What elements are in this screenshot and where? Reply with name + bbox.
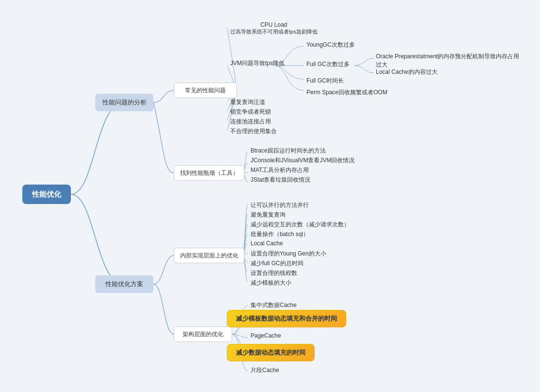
node-jstat: JStat查看垃圾回收情况 xyxy=(248,175,313,185)
node-jstat-label: JStat查看垃圾回收情况 xyxy=(251,176,310,184)
node-reduce-data-fill: 减少数据动态填充的时间 xyxy=(227,344,315,361)
node-batch-label: 批量操作（batch sql） xyxy=(251,230,309,239)
node-avoid-repeat-label: 避免重复查询 xyxy=(251,211,286,219)
node-jvm-label: JVM问题导致tps降低 xyxy=(230,59,285,68)
mindmap-container: 性能优化 性能问题的分析 性能优化方案 常见的性能问题 找到性能瓶颈（工具） 内… xyxy=(0,0,540,392)
node-young-gen: 设置合理的Young Gen的大小 xyxy=(248,249,329,259)
node-repeat-query-label: 重复查询泛滥 xyxy=(230,98,265,106)
node-reduce-tpl: 减少模板的大小 xyxy=(248,278,294,288)
node-distributed-cache: 集中式数据Cache xyxy=(248,300,300,310)
node-fragment-cache-label: 片段Cache xyxy=(251,366,279,375)
node-lock-label: 锁竞争或者死锁 xyxy=(230,108,271,116)
level1-analysis-label: 性能问题的分析 xyxy=(102,98,147,107)
node-fullgc-count-label: Full GC次数过多 xyxy=(306,60,350,68)
node-younggc-label: YoungGC次数过多 xyxy=(306,41,355,49)
node-reduce-fullgc-label: 减少full GC的总时间 xyxy=(251,259,304,268)
node-common-label: 常见的性能问题 xyxy=(185,86,226,95)
node-reduce-remote-label: 减少远程交互的次数（减少请求次数） xyxy=(251,221,350,229)
node-distributed-cache-label: 集中式数据Cache xyxy=(251,301,297,309)
node-jvm: JVM问题导致tps降低 xyxy=(227,58,287,68)
node-oracle-label: Oracle Preparestatment的内存预分配机制导致内存占用过大 xyxy=(376,52,521,69)
node-fullgc-time: Full GC时间长 xyxy=(304,76,347,86)
node-reduce-data-fill-label: 减少数据动态填充的时间 xyxy=(236,348,305,357)
node-btrace-label: Btrace跟踪运行时间长的方法 xyxy=(251,147,326,155)
root-node: 性能优化 xyxy=(22,185,71,204)
node-parallel-label: 让可以并行的方法并行 xyxy=(251,201,309,209)
node-batch: 批量操作（batch sql） xyxy=(248,229,312,239)
node-permspace: Perm Space回收频繁或者OOM xyxy=(304,87,390,98)
node-improper: 不合理的使用集合 xyxy=(227,126,280,136)
node-internal-label: 内部实现层面上的优化 xyxy=(180,252,238,260)
node-local-cache-label: Local Cache xyxy=(251,240,283,247)
node-mat: MAT工具分析内存占用 xyxy=(248,165,312,175)
node-mat-label: MAT工具分析内存占用 xyxy=(251,166,309,174)
node-jconsole-label: JConsole和JVisualVM查看JVM回收情况 xyxy=(251,156,355,165)
node-localcache-content: Local Cache的内容过大 xyxy=(373,67,440,77)
node-conn-pool-label: 连接池连接占用 xyxy=(230,118,271,126)
node-avoid-repeat: 避免重复查询 xyxy=(248,210,288,220)
node-cpu-label: CPU Load过高导致系统不可用或者tps急剧降低 xyxy=(230,21,318,35)
node-lock: 锁竞争或者死锁 xyxy=(227,107,274,117)
node-improper-label: 不合理的使用集合 xyxy=(230,127,277,136)
node-arch-label: 架构层面的优化 xyxy=(183,330,223,339)
node-parallel: 让可以并行的方法并行 xyxy=(248,200,312,210)
node-conn-pool: 连接池连接占用 xyxy=(227,117,274,127)
node-fullgc-time-label: Full GC时间长 xyxy=(306,77,344,85)
node-jconsole: JConsole和JVisualVM查看JVM回收情况 xyxy=(248,155,358,166)
node-internal: 内部实现层面上的优化 xyxy=(174,248,244,263)
node-localcache-content-label: Local Cache的内容过大 xyxy=(376,68,438,76)
node-page-cache: PageCache xyxy=(248,331,284,340)
node-reduce-tpl-time-label: 减少模板数据动态填充和合并的时间 xyxy=(236,314,337,323)
node-btrace: Btrace跟踪运行时间长的方法 xyxy=(248,146,329,156)
node-page-cache-label: PageCache xyxy=(251,332,281,339)
node-arch: 架构层面的优化 xyxy=(174,326,232,342)
node-reduce-remote: 减少远程交互的次数（减少请求次数） xyxy=(248,220,353,230)
node-young-gen-label: 设置合理的Young Gen的大小 xyxy=(251,250,326,258)
node-reduce-fullgc: 减少full GC的总时间 xyxy=(248,258,306,269)
node-tools: 找到性能瓶颈（工具） xyxy=(174,165,244,181)
level1-solution-label: 性能优化方案 xyxy=(105,280,143,289)
root-label: 性能优化 xyxy=(32,190,61,199)
node-cpu: CPU Load过高导致系统不可用或者tps急剧降低 xyxy=(227,20,321,36)
node-permspace-label: Perm Space回收频繁或者OOM xyxy=(306,88,388,97)
node-common: 常见的性能问题 xyxy=(174,83,237,98)
node-repeat-query: 重复查询泛滥 xyxy=(227,97,268,107)
node-fullgc-count: Full GC次数过多 xyxy=(304,59,353,69)
node-thread-count: 设置合理的线程数 xyxy=(248,268,300,278)
node-local-cache: Local Cache xyxy=(248,239,286,248)
node-fragment-cache: 片段Cache xyxy=(248,365,282,375)
node-tools-label: 找到性能瓶颈（工具） xyxy=(180,169,238,177)
node-reduce-tpl-label: 减少模板的大小 xyxy=(251,279,291,287)
level1-analysis: 性能问题的分析 xyxy=(95,94,153,111)
node-younggc: YoungGC次数过多 xyxy=(304,40,358,50)
level1-solution: 性能优化方案 xyxy=(95,275,153,293)
node-thread-count-label: 设置合理的线程数 xyxy=(251,269,297,277)
node-reduce-tpl-time: 减少模板数据动态填充和合并的时间 xyxy=(227,310,346,327)
